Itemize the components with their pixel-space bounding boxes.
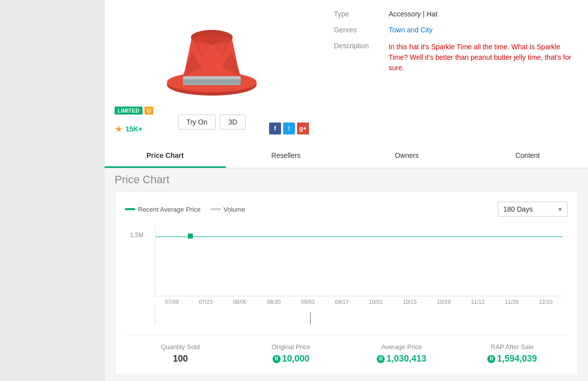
days-select[interactable]: 30 Days 90 Days 180 Days 365 Days [498, 202, 568, 217]
tab-content[interactable]: Content [467, 144, 588, 168]
stats-row: Quantity Sold 100 Original Price R10,000… [125, 335, 568, 364]
tab-owners[interactable]: Owners [346, 144, 467, 168]
stat-original-label: Original Price [236, 343, 346, 351]
item-image [105, 0, 319, 115]
chart-dot [188, 234, 193, 239]
volume-tick [310, 312, 311, 325]
legend-rap-label: Recent Average Price [138, 206, 201, 213]
stat-original-value: R10,000 [236, 354, 346, 364]
try-on-button[interactable]: Try On [178, 115, 216, 129]
tab-resellers[interactable]: Resellers [226, 144, 347, 168]
robux-icon-2: R [377, 355, 385, 363]
tab-price-chart[interactable]: Price Chart [105, 144, 226, 168]
description-value: In this hat it's Sparkle Time all the ti… [389, 42, 573, 73]
twitter-icon[interactable]: t [283, 123, 295, 134]
robux-icon-3: R [487, 355, 495, 363]
favorites-count: 15K+ [126, 125, 143, 133]
x-label-2: 08/06 [233, 299, 247, 305]
x-label-9: 11/12 [471, 299, 485, 305]
stat-quantity: Quantity Sold 100 [125, 343, 236, 364]
robux-icon-1: R [273, 355, 281, 363]
x-label-7: 10/15 [403, 299, 417, 305]
stat-avg-label: Average Price [346, 343, 457, 351]
x-label-0: 07/09 [165, 299, 179, 305]
chart-rap-line [155, 237, 563, 237]
star-icon[interactable]: ★ [115, 124, 123, 134]
stat-quantity-label: Quantity Sold [125, 343, 236, 351]
x-label-1: 07/23 [199, 299, 213, 305]
x-label-10: 11/26 [505, 299, 519, 305]
social-icons: f t g+ [269, 123, 309, 134]
chart-area [155, 227, 563, 296]
stat-quantity-value: 100 [125, 354, 236, 364]
stat-rap-number: 1,594,039 [497, 354, 537, 364]
tabs-row: Price Chart Resellers Owners Content [105, 144, 588, 168]
x-label-3: 08/20 [267, 299, 281, 305]
u-badge: U [145, 107, 153, 115]
item-details-section: Type Accessory | Hat Genres Town and Cit… [319, 0, 588, 144]
hat-image [162, 7, 262, 107]
legend-gray-line [211, 208, 221, 210]
type-label: Type [334, 10, 389, 18]
main-content: Try On 3D LIMITED U ★ 15K+ f t g+ Type A… [105, 0, 588, 144]
favorites-row: ★ 15K+ [115, 124, 143, 134]
stat-rap: RAP After Sale R1,594,039 [457, 343, 568, 364]
x-label-11: 12/10 [539, 299, 553, 305]
x-label-4: 09/03 [301, 299, 315, 305]
stat-avg-value: R1,030,413 [346, 354, 457, 364]
x-labels: 07/09 07/23 08/06 08/20 09/03 09/17 10/0… [165, 299, 553, 305]
volume-area [155, 305, 563, 325]
3d-button[interactable]: 3D [220, 115, 246, 129]
type-row: Type Accessory | Hat [334, 10, 573, 18]
legend-volume-label: Volume [224, 206, 245, 213]
googleplus-icon[interactable]: g+ [297, 123, 309, 134]
genres-label: Genres [334, 26, 389, 34]
badge-row: LIMITED U [115, 107, 153, 115]
days-select-wrapper: 30 Days 90 Days 180 Days 365 Days [498, 202, 568, 217]
legend-volume: Volume [211, 206, 245, 213]
stat-avg-price: Average Price R1,030,413 [346, 343, 457, 364]
chart-container: Recent Average Price Volume 30 Days 90 D… [115, 191, 578, 375]
facebook-icon[interactable]: f [269, 123, 281, 134]
stat-avg-number: 1,030,413 [386, 354, 426, 364]
x-label-6: 10/01 [369, 299, 383, 305]
legend-green-line [125, 208, 135, 210]
description-row: Description In this hat it's Sparkle Tim… [334, 42, 573, 73]
description-label: Description [334, 42, 389, 73]
item-image-section: Try On 3D LIMITED U ★ 15K+ f t g+ [105, 0, 319, 144]
button-group: Try On 3D [178, 115, 246, 129]
x-label-8: 10/29 [437, 299, 451, 305]
type-value: Accessory | Hat [389, 10, 573, 18]
price-chart-title: Price Chart [115, 173, 578, 186]
stat-rap-label: RAP After Sale [457, 343, 568, 351]
svg-rect-8 [183, 76, 241, 79]
y-label: 1.5M [130, 232, 144, 239]
price-chart-section: Price Chart Recent Average Price Volume … [105, 168, 588, 381]
genres-value[interactable]: Town and City [389, 26, 573, 34]
genres-row: Genres Town and City [334, 26, 573, 34]
stat-original-price: Original Price R10,000 [236, 343, 346, 364]
limited-badge: LIMITED [115, 107, 143, 115]
chart-legend-row: Recent Average Price Volume 30 Days 90 D… [125, 202, 568, 217]
chart-legend: Recent Average Price Volume [125, 206, 245, 213]
stat-original-number: 10,000 [282, 354, 309, 364]
legend-rap: Recent Average Price [125, 206, 201, 213]
x-label-5: 09/17 [335, 299, 349, 305]
stat-rap-value: R1,594,039 [457, 354, 568, 364]
chart-wrapper: 1.5M 07/09 07/23 08/06 08/20 09/03 09/17… [130, 227, 563, 325]
left-sidebar [0, 0, 105, 381]
